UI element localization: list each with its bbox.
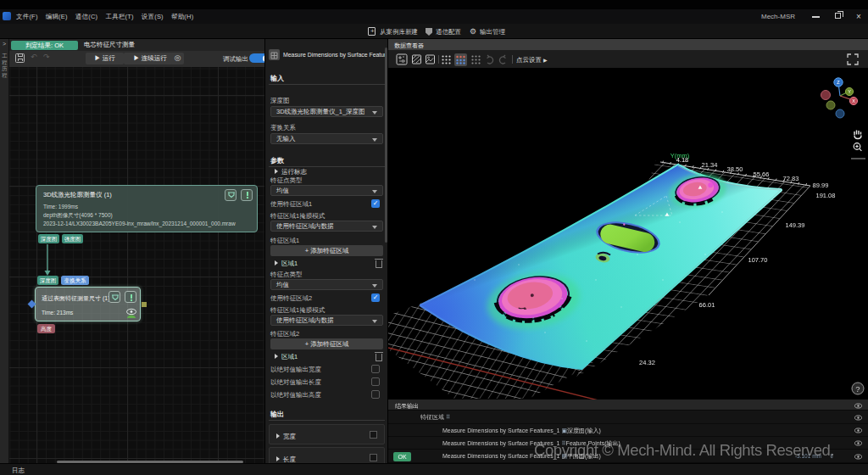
svg-text:Y(mm): Y(mm) <box>670 152 690 159</box>
svg-text:Y: Y <box>848 89 851 94</box>
svg-text:149.39: 149.39 <box>786 221 805 229</box>
svg-text:191.08: 191.08 <box>816 192 836 199</box>
svg-text:38.50: 38.50 <box>727 165 743 173</box>
svg-text:89.99: 89.99 <box>813 182 829 189</box>
svg-text:66.01: 66.01 <box>699 301 715 309</box>
svg-text:24.32: 24.32 <box>639 359 655 366</box>
svg-text:107.70: 107.70 <box>748 256 768 264</box>
svg-text:?: ? <box>855 384 860 394</box>
svg-text:55.66: 55.66 <box>754 170 770 178</box>
svg-text:21.34: 21.34 <box>702 161 718 169</box>
svg-text:X: X <box>852 98 855 103</box>
svg-text:72.83: 72.83 <box>783 175 799 182</box>
